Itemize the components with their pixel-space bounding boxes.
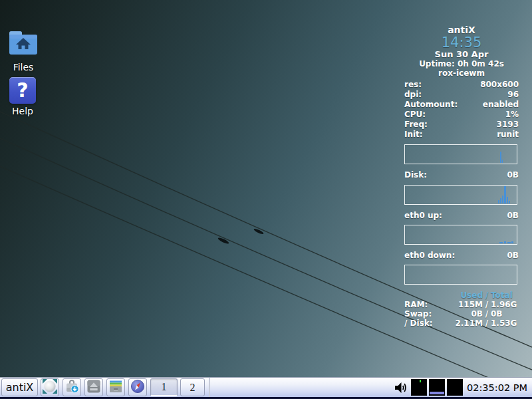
package-installer-button[interactable] bbox=[63, 378, 81, 396]
network-monitor-applet[interactable] bbox=[429, 379, 445, 396]
bag-download-icon bbox=[64, 378, 80, 397]
file-manager-button[interactable] bbox=[106, 378, 125, 396]
conky-eth0-up-row: eth0 up:0B bbox=[404, 211, 519, 221]
desktop-icon-label: Files bbox=[0, 62, 47, 72]
question-mark-icon: ? bbox=[9, 77, 36, 104]
conky-info-row: res:532x399 bbox=[404, 80, 519, 90]
home-folder-icon bbox=[8, 29, 39, 60]
conky-eth0-down-row: eth0 down:0B bbox=[404, 251, 519, 261]
conky-system-monitor: antiX 14:35 Sun 30 Apr Uptime: 0h 0m 42s… bbox=[404, 25, 519, 328]
conky-title: antiX bbox=[404, 25, 519, 35]
conky-wm: rox-icewm bbox=[404, 68, 519, 78]
taskbar-clock[interactable]: 02:35:02 PM bbox=[465, 382, 530, 393]
conky-info-row: dpi:96 bbox=[404, 90, 519, 100]
desktop-icon-help[interactable]: ? Help bbox=[0, 77, 46, 116]
desktop-icon-files[interactable]: Files bbox=[0, 29, 47, 72]
conky-uptime: Uptime: 0h 0m 42s bbox=[404, 59, 519, 68]
conky-usage-header: Used / Total bbox=[404, 291, 519, 300]
show-desktop-button[interactable] bbox=[41, 378, 59, 396]
conky-date: Sun 30 Apr bbox=[404, 50, 519, 59]
desktop-icon-label: Help bbox=[0, 106, 46, 116]
memory-monitor-applet[interactable] bbox=[447, 379, 463, 396]
conky-info-row: Automount:enabled bbox=[404, 100, 519, 110]
conky-ram-row: RAM: 115M / 1.96G bbox=[404, 300, 519, 309]
cpu-monitor-applet[interactable] bbox=[411, 379, 427, 396]
conky-info-row: Freq:3193 bbox=[404, 120, 519, 130]
conky-disk-row: Disk:0B bbox=[404, 170, 519, 180]
taskbar: antiX bbox=[0, 377, 532, 399]
desktop-wallpaper: Files ? Help antiX 14:35 Sun 30 Apr Upti… bbox=[0, 0, 532, 399]
file-cabinet-icon bbox=[108, 378, 124, 397]
volume-speaker-icon[interactable] bbox=[393, 380, 409, 396]
taskbar-separator bbox=[209, 378, 209, 397]
unmount-eject-button[interactable] bbox=[84, 378, 103, 396]
conky-swap-row: Swap: 0B / 0B bbox=[404, 309, 519, 319]
compass-icon bbox=[130, 378, 146, 397]
antix-menu-button[interactable]: antiX bbox=[1, 378, 38, 396]
conky-info-row: CPU:1% bbox=[404, 110, 519, 120]
eth0-up-graph bbox=[404, 225, 517, 245]
conky-clock: 14:35 bbox=[404, 35, 519, 50]
workspace-1-button[interactable]: 1 bbox=[150, 378, 178, 396]
web-browser-button[interactable] bbox=[128, 378, 147, 396]
conky-info-row: Init:runit bbox=[404, 130, 519, 140]
sphere-with-corners-icon bbox=[42, 378, 58, 397]
network-activity-bar bbox=[430, 392, 444, 394]
cpu-usage-graph bbox=[404, 144, 517, 164]
conky-rootdisk-row: / Disk: 2.11M / 1.53G bbox=[404, 319, 519, 328]
eject-icon bbox=[86, 378, 102, 397]
cpu-activity-tick bbox=[420, 380, 421, 382]
disk-io-graph bbox=[404, 185, 517, 205]
workspace-2-button[interactable]: 2 bbox=[180, 378, 205, 396]
eth0-down-graph bbox=[404, 265, 517, 285]
